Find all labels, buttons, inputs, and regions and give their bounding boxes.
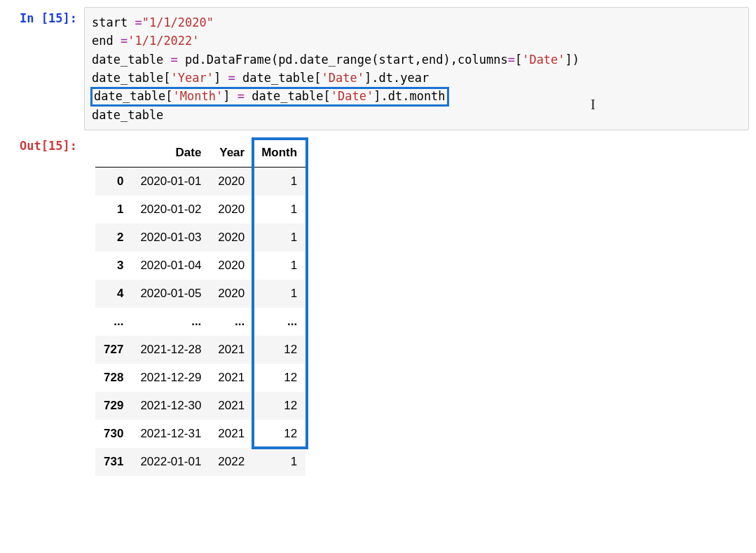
table-row: 02020-01-0120201 — [95, 168, 305, 196]
table-row-ellipsis: ............ — [95, 308, 305, 336]
table-row: 12020-01-0220201 — [95, 196, 305, 224]
table-header-row: Date Year Month — [95, 139, 305, 168]
cell-date: 2020-01-01 — [132, 168, 209, 196]
row-index: 2 — [95, 224, 132, 252]
table-row: 42020-01-0520201 — [95, 280, 305, 308]
table-row: 7302021-12-31202112 — [95, 420, 305, 448]
table-row: 7282021-12-29202112 — [95, 364, 305, 392]
code-line-3: date_table = pd.DataFrame(pd.date_range(… — [92, 53, 579, 67]
cell-month: ... — [253, 308, 305, 336]
code-line-6: date_table — [92, 108, 163, 122]
code-line-1: start ="1/1/2020" — [92, 15, 214, 29]
cell-date: 2022-01-01 — [132, 448, 209, 476]
row-index: ... — [95, 308, 132, 336]
row-index: 728 — [95, 364, 132, 392]
cell-year: 2021 — [209, 392, 253, 420]
cell-month: 12 — [253, 336, 305, 364]
cell-date: 2021-12-28 — [132, 336, 209, 364]
cell-date: 2020-01-02 — [132, 196, 209, 224]
input-cell: In [15]: start ="1/1/2020" end ='1/1/202… — [7, 7, 749, 130]
col-header-month: Month — [253, 139, 305, 168]
cell-year: 2020 — [209, 280, 253, 308]
col-header-year: Year — [209, 139, 253, 168]
cell-month: 1 — [253, 168, 305, 196]
cell-month: 1 — [253, 196, 305, 224]
cell-year: 2020 — [209, 252, 253, 280]
input-prompt: In [15]: — [7, 7, 84, 25]
dataframe-table: Date Year Month 02020-01-012020112020-01… — [95, 139, 305, 476]
cell-month: 12 — [253, 420, 305, 448]
row-index: 4 — [95, 280, 132, 308]
cell-year: 2021 — [209, 420, 253, 448]
cell-year: 2020 — [209, 224, 253, 252]
cell-date: 2020-01-04 — [132, 252, 209, 280]
row-index: 0 — [95, 168, 132, 196]
code-line-2: end ='1/1/2022' — [92, 34, 200, 48]
cell-year: 2021 — [209, 364, 253, 392]
output-prompt: Out[15]: — [7, 135, 84, 153]
cell-month: 12 — [253, 364, 305, 392]
index-header-blank — [95, 139, 132, 168]
cell-year: 2022 — [209, 448, 253, 476]
cell-year: 2020 — [209, 168, 253, 196]
table-row: 7312022-01-0120221 — [95, 448, 305, 476]
row-index: 729 — [95, 392, 132, 420]
col-header-date: Date — [132, 139, 209, 168]
cell-month: 1 — [253, 224, 305, 252]
code-input[interactable]: start ="1/1/2020" end ='1/1/2022' date_t… — [84, 7, 749, 130]
row-index: 1 — [95, 196, 132, 224]
cell-date: 2021-12-31 — [132, 420, 209, 448]
cell-date: 2020-01-03 — [132, 224, 209, 252]
dataframe-wrapper: Date Year Month 02020-01-012020112020-01… — [95, 139, 305, 476]
table-row: 22020-01-0320201 — [95, 224, 305, 252]
table-row: 32020-01-0420201 — [95, 252, 305, 280]
row-index: 730 — [95, 420, 132, 448]
cell-year: 2021 — [209, 336, 253, 364]
row-index: 3 — [95, 252, 132, 280]
cell-month: 1 — [253, 448, 305, 476]
code-line-5-highlighted: date_table['Month'] = date_table['Date']… — [92, 89, 448, 103]
output-area: Date Year Month 02020-01-012020112020-01… — [84, 135, 749, 479]
text-cursor-icon: I — [591, 94, 596, 116]
cell-date: 2021-12-29 — [132, 364, 209, 392]
output-cell: Out[15]: Date Year Month 02020-01-012020… — [7, 135, 749, 479]
cell-month: 12 — [253, 392, 305, 420]
row-index: 731 — [95, 448, 132, 476]
cell-date: ... — [132, 308, 209, 336]
table-row: 7292021-12-30202112 — [95, 392, 305, 420]
table-row: 7272021-12-28202112 — [95, 336, 305, 364]
cell-month: 1 — [253, 252, 305, 280]
cell-date: 2021-12-30 — [132, 392, 209, 420]
code-line-4: date_table['Year'] = date_table['Date'].… — [92, 71, 429, 85]
cell-year: ... — [209, 308, 253, 336]
cell-date: 2020-01-05 — [132, 280, 209, 308]
cell-month: 1 — [253, 280, 305, 308]
row-index: 727 — [95, 336, 132, 364]
cell-year: 2020 — [209, 196, 253, 224]
